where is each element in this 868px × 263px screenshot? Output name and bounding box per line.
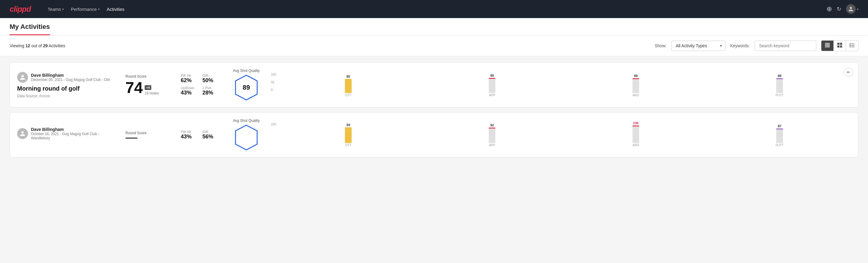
- chart-bar-ott: [345, 127, 351, 143]
- chart-x-label-app: APP: [489, 144, 495, 147]
- stat-updown: Up/Down 43%: [181, 86, 197, 96]
- chart-section: 100 50 0 85 OTT 90 APP: [269, 73, 851, 97]
- data-source: Data Source: Arccos: [17, 94, 114, 98]
- svg-rect-1: [825, 44, 830, 45]
- stat-gir-label: GIR: [203, 74, 219, 77]
- activity-card: Dave Billingham October 16, 2021 - Gog M…: [10, 112, 858, 157]
- activity-type-select[interactable]: All Activity Types: [671, 40, 725, 51]
- svg-rect-6: [837, 46, 839, 48]
- svg-rect-10: [850, 45, 850, 46]
- activity-type-select-wrapper: All Activity Types ▾: [671, 40, 725, 51]
- sub-header: My Activities: [0, 18, 868, 35]
- chart-col-app: 90 APP: [423, 74, 561, 97]
- filter-bar: Viewing 12 out of 29 Activities Show: Al…: [0, 35, 868, 56]
- chart-bar-label-app: 90: [490, 74, 494, 77]
- card-left-section: Dave Billingham December 05, 2021 - Gog …: [17, 72, 114, 98]
- user-menu-button[interactable]: ▾: [846, 4, 858, 14]
- show-label: Show:: [655, 43, 666, 48]
- view-toggle-grid[interactable]: [834, 40, 846, 51]
- avatar: [846, 4, 856, 14]
- stat-updown-value: 43%: [181, 90, 197, 96]
- score-holes: 18 Holes: [145, 91, 159, 95]
- avg-shot-quality-section: Avg Shot Quality: [231, 119, 261, 151]
- chart-bar-label-arg: 106: [633, 121, 639, 125]
- chart-bar-label-ott: 85: [346, 75, 350, 78]
- chart-bar-label-app: 92: [490, 123, 494, 127]
- chart-bar-arg: [632, 125, 639, 143]
- chart-col-arg: 106 ARG: [567, 121, 705, 147]
- view-toggle-list[interactable]: [846, 40, 858, 51]
- add-icon[interactable]: ⊕: [827, 5, 832, 13]
- card-left-section: Dave Billingham October 16, 2021 - Gog M…: [17, 127, 114, 143]
- user-date: December 05, 2021 - Gog Magog Golf Club …: [31, 78, 110, 82]
- chart-bar-putt: [776, 128, 783, 143]
- keywords-label: Keywords:: [730, 43, 750, 48]
- chart-bar-putt: [776, 78, 783, 93]
- nav-teams[interactable]: Teams ▾: [45, 5, 66, 13]
- app-header: clippd Teams ▾ Performance ▾ Activities …: [0, 0, 868, 18]
- avg-shot-quality-section: Avg Shot Quality 89: [231, 68, 261, 101]
- stat-1putt: 1 Putt 28%: [203, 86, 219, 96]
- stat-1putt-value: 28%: [203, 90, 219, 96]
- chart-y-axis: 100 50 0: [271, 73, 276, 91]
- view-toggle-group: [821, 40, 858, 51]
- chart-bar-label-putt: 87: [778, 124, 781, 128]
- chart-y-axis: 100: [271, 123, 276, 141]
- chart-col-arg: 89 ARG: [567, 74, 705, 97]
- round-score-section: Round Score: [121, 131, 169, 139]
- hexagon-container: [234, 124, 258, 151]
- nav-performance[interactable]: Performance ▾: [69, 5, 102, 13]
- score-badge: +4: [145, 85, 152, 90]
- refresh-icon[interactable]: ↻: [837, 6, 841, 12]
- teams-dropdown-arrow: ▾: [62, 7, 64, 11]
- chart-x-label-app: APP: [489, 94, 495, 97]
- app-logo: clippd: [10, 4, 31, 14]
- chart-col-ott: 85 OTT: [279, 75, 417, 97]
- hexagon-value: 89: [243, 84, 250, 91]
- chart-x-label-arg: ARG: [632, 144, 639, 147]
- chart-col-putt: 87 PUTT: [711, 124, 848, 147]
- chart-x-label-putt: PUTT: [776, 144, 783, 147]
- avatar: [17, 72, 28, 83]
- chart-col-putt: 89 PUTT: [711, 74, 848, 97]
- svg-rect-0: [825, 43, 830, 43]
- user-info: Dave Billingham October 16, 2021 - Gog M…: [31, 127, 114, 140]
- svg-rect-9: [851, 43, 855, 44]
- stats-section: FW Hit 62% GIR 50% Up/Down 43% 1 Putt 28…: [176, 74, 224, 96]
- chart-x-label-putt: PUTT: [776, 94, 783, 97]
- chart-col-app: 92 APP: [423, 123, 561, 147]
- user-name: Dave Billingham: [31, 73, 110, 78]
- svg-rect-13: [851, 47, 855, 47]
- stat-gir-value: 56%: [203, 134, 219, 140]
- stat-1putt-label: 1 Putt: [203, 86, 219, 90]
- score-badge-col: +4 18 Holes: [145, 85, 159, 95]
- round-score-label: Round Score: [125, 74, 164, 79]
- chart-bar-label-putt: 89: [778, 74, 781, 78]
- svg-rect-3: [825, 47, 830, 47]
- chart-bars: 100 94 OTT 92 APP 106: [271, 123, 848, 147]
- page-title: My Activities: [10, 23, 50, 35]
- stat-gir: GIR 56%: [203, 130, 219, 140]
- viewing-count-text: Viewing 12 out of 29 Activities: [10, 43, 650, 48]
- user-info: Dave Billingham December 05, 2021 - Gog …: [31, 73, 110, 82]
- svg-rect-7: [840, 46, 842, 48]
- user-row: Dave Billingham October 16, 2021 - Gog M…: [17, 127, 114, 140]
- user-name: Dave Billingham: [31, 127, 114, 132]
- activity-card: ✏ Dave Billingham December 05, 2021 - Go…: [10, 62, 858, 108]
- nav-activities[interactable]: Activities: [104, 5, 127, 13]
- stat-fw-hit-label: FW Hit: [181, 74, 197, 77]
- view-toggle-list-dense[interactable]: [822, 40, 834, 51]
- avg-shot-quality-label: Avg Shot Quality: [233, 119, 259, 123]
- chart-bar-app: [489, 78, 495, 93]
- round-score-section: Round Score 74 +4 18 Holes: [121, 74, 169, 95]
- chart-bars: 100 50 0 85 OTT 90 APP: [271, 73, 848, 97]
- stat-fw-hit-value: 62%: [181, 77, 197, 84]
- search-input[interactable]: [754, 40, 816, 51]
- svg-rect-12: [850, 46, 850, 47]
- stat-gir-value: 50%: [203, 77, 219, 84]
- chart-bar-ott: [345, 79, 351, 93]
- activities-list: ✏ Dave Billingham December 05, 2021 - Go…: [0, 56, 868, 168]
- performance-dropdown-arrow: ▾: [98, 7, 99, 11]
- stats-section: FW Hit 43% GIR 56%: [176, 130, 224, 140]
- chart-bar-label-ott: 94: [346, 123, 350, 127]
